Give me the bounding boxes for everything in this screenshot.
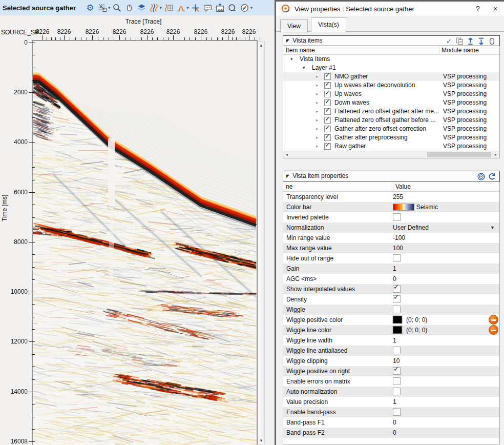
- property-value[interactable]: 1: [393, 397, 396, 407]
- property-value[interactable]: 100: [393, 243, 403, 253]
- property-checkbox[interactable]: ✓: [393, 295, 401, 303]
- dropdown-caret-icon[interactable]: ▾: [250, 5, 253, 10]
- tree-item-up-waves-after-deconvolution[interactable]: ▸✓Up waves after deconvolutionVSP proces…: [283, 81, 499, 90]
- property-value[interactable]: 255: [393, 192, 403, 202]
- item-visibility-checkbox[interactable]: ✓: [324, 134, 331, 141]
- module-name-column-header[interactable]: Module name: [439, 46, 479, 54]
- item-visibility-checkbox[interactable]: ✓: [324, 73, 331, 80]
- mouse-mode-icon[interactable]: [124, 2, 135, 13]
- expander-closed-icon[interactable]: ▸: [316, 90, 319, 98]
- property-value[interactable]: -100: [393, 233, 405, 243]
- expander-closed-icon[interactable]: ▸: [316, 133, 319, 142]
- seismic-plot-canvas[interactable]: [33, 41, 257, 445]
- property-value[interactable]: 0: [393, 274, 396, 284]
- pick-crosshair-icon[interactable]: [191, 2, 201, 13]
- item-visibility-checkbox[interactable]: ✓: [324, 143, 331, 150]
- property-value[interactable]: 10: [393, 356, 400, 366]
- reset-icon[interactable]: [487, 172, 497, 181]
- tab-view[interactable]: View: [280, 19, 308, 32]
- apply-check-icon[interactable]: ✓: [444, 36, 454, 46]
- help-button[interactable]: ?: [469, 5, 487, 13]
- tree-item-nmo-gather[interactable]: ▸✓NMO gatherVSP processing: [283, 72, 499, 81]
- remove-color-button[interactable]: [489, 315, 498, 325]
- scrollbar-thumb[interactable]: [427, 152, 491, 157]
- property-checkbox[interactable]: [393, 377, 401, 385]
- vista-items-header[interactable]: ◤Vista items ✓: [283, 35, 500, 46]
- dropdown-caret-icon[interactable]: ▾: [186, 5, 189, 10]
- property-value[interactable]: User Defined: [393, 222, 429, 233]
- item-name-column-header[interactable]: Item name: [286, 46, 315, 55]
- expander-closed-icon[interactable]: ▸: [316, 72, 319, 81]
- locate-icon[interactable]: [227, 2, 238, 13]
- expander-open-icon[interactable]: ▾: [290, 55, 293, 64]
- spectrum-icon[interactable]: [176, 2, 186, 13]
- tree-row-vista-items[interactable]: ▾Vista Items: [283, 55, 499, 64]
- expander-open-icon[interactable]: ▾: [303, 64, 305, 72]
- expander-closed-icon[interactable]: ▸: [316, 142, 319, 151]
- settings-gear-icon[interactable]: ⚙: [85, 2, 95, 13]
- color-swatch[interactable]: [393, 326, 402, 334]
- property-checkbox[interactable]: [393, 388, 401, 395]
- name-column-header[interactable]: ne: [286, 181, 292, 192]
- item-visibility-checkbox[interactable]: ✓: [324, 99, 331, 106]
- trace-table-icon[interactable]: [163, 2, 174, 13]
- copy-items-icon[interactable]: [454, 36, 465, 46]
- value-column-header[interactable]: Value: [393, 181, 411, 191]
- tree-item-flattened-zero-offset-gather-before[interactable]: ▸✓Flattened zero offset gather before ..…: [283, 116, 499, 125]
- colorbar-swatch[interactable]: [393, 204, 414, 211]
- property-value[interactable]: 0: [393, 428, 396, 438]
- compass-icon[interactable]: [240, 2, 250, 13]
- item-visibility-checkbox[interactable]: ✓: [324, 82, 331, 89]
- collapse-triangle-icon[interactable]: ◤: [286, 38, 289, 43]
- scroll-right-icon[interactable]: ▸: [492, 151, 499, 158]
- close-button[interactable]: ×: [487, 5, 504, 13]
- comment-icon[interactable]: [203, 2, 213, 13]
- dropdown-caret-icon[interactable]: ▾: [108, 5, 111, 10]
- move-down-icon[interactable]: [476, 36, 487, 46]
- scroll-down-icon[interactable]: ▼: [258, 437, 264, 444]
- expander-closed-icon[interactable]: ▸: [316, 116, 319, 125]
- expander-closed-icon[interactable]: ▸: [316, 98, 319, 107]
- item-visibility-checkbox[interactable]: ✓: [324, 108, 331, 115]
- scroll-left-icon[interactable]: ◂: [283, 151, 290, 158]
- property-checkbox[interactable]: ✓: [393, 367, 401, 375]
- tree-item-gather-after-zero-offset-correction[interactable]: ▸✓Gather after zero offset correctionVSP…: [283, 125, 499, 133]
- expander-closed-icon[interactable]: ▸: [316, 107, 319, 116]
- item-visibility-checkbox[interactable]: ✓: [324, 117, 331, 124]
- tree-item-up-waves[interactable]: ▸✓Up wavesVSP processing: [283, 90, 499, 98]
- plot-vertical-scrollbar[interactable]: ▲ ▼: [258, 41, 265, 445]
- tree-item-flattened-zero-offset-gather-after-me[interactable]: ▸✓Flattened zero offset gather after me.…: [283, 107, 499, 116]
- move-up-icon[interactable]: [465, 36, 476, 46]
- tree-item-raw-gather[interactable]: ▸✓Raw gatherVSP processing: [283, 142, 499, 151]
- tab-vistas[interactable]: Vista(s): [311, 17, 346, 32]
- property-checkbox[interactable]: [393, 306, 401, 313]
- wiggle-display-icon[interactable]: [149, 2, 159, 13]
- export-image-icon[interactable]: [215, 2, 225, 13]
- property-checkbox[interactable]: ✓: [393, 285, 401, 293]
- properties-header[interactable]: ◤Vista item properties: [283, 171, 500, 181]
- property-checkbox[interactable]: [393, 347, 401, 354]
- layers-icon[interactable]: [137, 2, 147, 13]
- color-swatch[interactable]: [393, 316, 402, 323]
- property-checkbox[interactable]: [393, 254, 401, 262]
- scroll-up-icon[interactable]: ▲: [258, 42, 264, 49]
- dropdown-caret-icon[interactable]: ▾: [160, 5, 162, 10]
- tree-row-layer[interactable]: ▾Layer #1: [283, 64, 499, 72]
- property-value[interactable]: 1: [393, 264, 396, 274]
- property-value[interactable]: 0: [393, 417, 396, 428]
- property-checkbox[interactable]: [393, 408, 401, 416]
- dropdown-caret-icon[interactable]: ▼: [490, 222, 495, 233]
- mouse-assign-icon[interactable]: [487, 36, 497, 46]
- item-visibility-checkbox[interactable]: ✓: [324, 91, 331, 97]
- tree-item-gather-after-preprocessing[interactable]: ▸✓Gather after preprocessingVSP processi…: [283, 133, 499, 142]
- expander-closed-icon[interactable]: ▸: [316, 81, 319, 90]
- property-checkbox[interactable]: [393, 213, 401, 221]
- item-visibility-checkbox[interactable]: ✓: [324, 126, 331, 132]
- zoom-icon[interactable]: [112, 2, 122, 13]
- tree-horizontal-scrollbar[interactable]: ◂ ▸: [283, 151, 499, 158]
- target-icon[interactable]: [476, 172, 487, 181]
- property-value[interactable]: 1: [393, 335, 396, 346]
- view-select-icon[interactable]: [97, 2, 108, 13]
- remove-color-button[interactable]: [489, 325, 498, 335]
- tree-item-down-waves[interactable]: ▸✓Down wavesVSP processing: [283, 98, 499, 107]
